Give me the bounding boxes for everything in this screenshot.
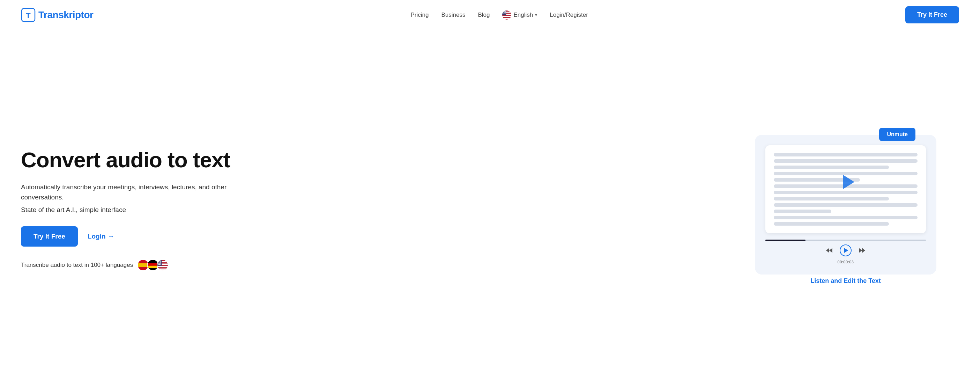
svg-point-43 xyxy=(159,261,159,262)
timestamp: 00:00:03 xyxy=(838,260,854,264)
logo-icon: T xyxy=(21,8,36,22)
svg-point-47 xyxy=(159,263,159,264)
text-line-3 xyxy=(774,166,889,169)
svg-point-50 xyxy=(159,264,160,265)
forward-icon xyxy=(858,247,866,254)
language-label: English xyxy=(513,11,533,19)
hero-try-free-button[interactable]: Try It Free xyxy=(21,226,78,247)
unmute-button[interactable]: Unmute xyxy=(879,128,915,141)
svg-point-15 xyxy=(503,13,504,14)
svg-point-35 xyxy=(159,260,160,261)
text-line-1 xyxy=(774,153,918,156)
hero-title: Convert audio to text xyxy=(21,148,230,172)
text-line-9 xyxy=(774,203,918,207)
text-line-4 xyxy=(774,172,918,175)
nav-pricing[interactable]: Pricing xyxy=(410,11,429,19)
hero-section: Convert audio to text Automatically tran… xyxy=(0,30,980,380)
svg-point-42 xyxy=(161,263,161,263)
language-flags xyxy=(137,259,169,271)
rewind-button[interactable] xyxy=(824,246,834,255)
svg-point-13 xyxy=(504,12,505,13)
svg-text:T: T xyxy=(26,11,31,20)
svg-point-36 xyxy=(161,260,161,261)
svg-point-48 xyxy=(160,263,161,264)
forward-button[interactable] xyxy=(857,246,867,255)
text-line-8 xyxy=(774,197,889,201)
logo[interactable]: T Transkriptor xyxy=(21,8,93,22)
svg-point-21 xyxy=(505,13,505,13)
svg-point-9 xyxy=(503,11,504,11)
login-arrow-icon: → xyxy=(108,233,115,240)
svg-point-44 xyxy=(160,261,161,262)
svg-point-49 xyxy=(158,264,159,265)
svg-point-12 xyxy=(503,12,504,13)
svg-point-51 xyxy=(161,264,161,265)
svg-point-46 xyxy=(160,262,161,263)
svg-marker-53 xyxy=(829,248,832,253)
language-selector[interactable]: English ▾ xyxy=(502,11,537,19)
nav-login-register[interactable]: Login/Register xyxy=(550,11,588,19)
svg-point-14 xyxy=(505,12,506,13)
player-container: Unmute xyxy=(755,135,936,275)
svg-point-11 xyxy=(505,11,506,11)
text-line-10 xyxy=(774,209,831,213)
text-line-11 xyxy=(774,216,918,219)
play-icon xyxy=(844,248,848,253)
svg-point-45 xyxy=(159,262,159,263)
svg-point-18 xyxy=(504,11,504,12)
svg-marker-54 xyxy=(859,248,862,253)
svg-rect-6 xyxy=(502,16,511,17)
nav-business[interactable]: Business xyxy=(441,11,465,19)
logo-text: Transkriptor xyxy=(38,10,93,21)
text-line-2 xyxy=(774,159,918,163)
hero-content: Convert audio to text Automatically tran… xyxy=(21,148,230,271)
hero-actions: Try It Free Login → xyxy=(21,226,230,247)
svg-point-39 xyxy=(161,262,161,262)
hero-subtitle-2: State of the art A.I., simple interface xyxy=(21,206,230,214)
svg-point-19 xyxy=(505,11,505,12)
site-header: T Transkriptor Pricing Business Blog xyxy=(0,0,980,30)
svg-point-37 xyxy=(158,262,159,262)
svg-marker-52 xyxy=(826,248,829,253)
main-nav: Pricing Business Blog xyxy=(410,11,588,19)
header-try-free-button[interactable]: Try It Free xyxy=(905,6,959,23)
nav-blog[interactable]: Blog xyxy=(478,11,490,19)
audio-player: 00:00:03 xyxy=(765,239,926,264)
svg-marker-55 xyxy=(862,248,865,253)
login-label: Login xyxy=(88,233,106,240)
svg-rect-32 xyxy=(158,268,168,270)
svg-rect-27 xyxy=(148,260,158,263)
rewind-icon xyxy=(826,247,833,254)
flag-icon xyxy=(502,11,511,19)
svg-rect-7 xyxy=(502,18,511,19)
listen-edit-link[interactable]: Listen and Edit the Text xyxy=(810,277,881,285)
text-line-7 xyxy=(774,191,918,194)
languages-label: Transcribe audio to text in 100+ languag… xyxy=(21,262,133,268)
progress-bar[interactable] xyxy=(765,239,926,241)
transcript-card xyxy=(765,145,926,233)
progress-bar-area xyxy=(765,239,926,241)
svg-point-40 xyxy=(158,263,159,263)
play-button[interactable] xyxy=(840,244,851,256)
hero-player-area: Unmute xyxy=(732,135,959,285)
text-line-12 xyxy=(774,222,889,226)
usa-flag-svg xyxy=(158,259,168,271)
svg-point-20 xyxy=(504,13,504,13)
player-controls xyxy=(824,244,867,256)
transcript-lines xyxy=(774,153,918,226)
svg-point-34 xyxy=(158,260,159,261)
progress-fill xyxy=(765,239,805,241)
svg-point-41 xyxy=(159,263,160,263)
svg-rect-31 xyxy=(158,266,168,267)
hero-login-link[interactable]: Login → xyxy=(88,233,115,240)
svg-point-38 xyxy=(159,262,160,262)
hero-subtitle-1: Automatically transcribe your meetings, … xyxy=(21,182,230,203)
svg-point-17 xyxy=(505,13,506,14)
svg-point-16 xyxy=(504,13,505,14)
flag-usa xyxy=(157,259,169,271)
languages-row: Transcribe audio to text in 100+ languag… xyxy=(21,259,230,271)
svg-point-10 xyxy=(504,11,505,11)
chevron-down-icon: ▾ xyxy=(535,13,537,18)
